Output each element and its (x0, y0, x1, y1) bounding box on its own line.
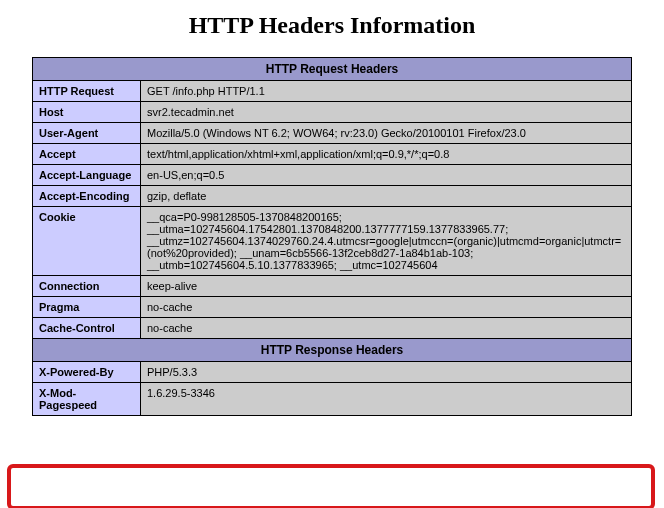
request-header-key: Accept-Encoding (33, 186, 141, 207)
request-header-value: no-cache (141, 297, 632, 318)
request-section-header: HTTP Request Headers (33, 58, 632, 81)
table-row: Connectionkeep-alive (33, 276, 632, 297)
page: HTTP Headers Information HTTP Request He… (0, 12, 664, 508)
request-section-row: HTTP Request Headers (33, 58, 632, 81)
table-row: User-AgentMozilla/5.0 (Windows NT 6.2; W… (33, 123, 632, 144)
request-header-key: Host (33, 102, 141, 123)
table-row: Accept-Encodinggzip, deflate (33, 186, 632, 207)
request-header-value: svr2.tecadmin.net (141, 102, 632, 123)
request-header-key: User-Agent (33, 123, 141, 144)
page-title: HTTP Headers Information (0, 12, 664, 39)
request-header-value: GET /info.php HTTP/1.1 (141, 81, 632, 102)
request-header-value: text/html,application/xhtml+xml,applicat… (141, 144, 632, 165)
table-row: Hostsvr2.tecadmin.net (33, 102, 632, 123)
request-header-key: Cookie (33, 207, 141, 276)
table-row: Accepttext/html,application/xhtml+xml,ap… (33, 144, 632, 165)
table-row: Accept-Languageen-US,en;q=0.5 (33, 165, 632, 186)
request-header-value: gzip, deflate (141, 186, 632, 207)
response-header-key: X-Mod-Pagespeed (33, 383, 141, 416)
table-row: Cache-Controlno-cache (33, 318, 632, 339)
request-header-key: Accept (33, 144, 141, 165)
request-header-key: Accept-Language (33, 165, 141, 186)
table-row: X-Mod-Pagespeed1.6.29.5-3346 (33, 383, 632, 416)
response-header-value: 1.6.29.5-3346 (141, 383, 632, 416)
table-row: X-Powered-ByPHP/5.3.3 (33, 362, 632, 383)
request-header-value: no-cache (141, 318, 632, 339)
request-header-value: keep-alive (141, 276, 632, 297)
request-header-key: Pragma (33, 297, 141, 318)
table-row: HTTP RequestGET /info.php HTTP/1.1 (33, 81, 632, 102)
request-header-key: HTTP Request (33, 81, 141, 102)
request-header-value: __qca=P0-998128505-1370848200165; __utma… (141, 207, 632, 276)
response-section-header: HTTP Response Headers (33, 339, 632, 362)
request-header-key: Cache-Control (33, 318, 141, 339)
response-header-key: X-Powered-By (33, 362, 141, 383)
headers-table: HTTP Request Headers HTTP RequestGET /in… (32, 57, 632, 416)
request-header-value: Mozilla/5.0 (Windows NT 6.2; WOW64; rv:2… (141, 123, 632, 144)
response-section-row: HTTP Response Headers (33, 339, 632, 362)
request-header-value: en-US,en;q=0.5 (141, 165, 632, 186)
table-body: HTTP Request Headers HTTP RequestGET /in… (33, 58, 632, 416)
table-row: Pragmano-cache (33, 297, 632, 318)
highlight-box (7, 464, 655, 508)
request-header-key: Connection (33, 276, 141, 297)
table-row: Cookie__qca=P0-998128505-1370848200165; … (33, 207, 632, 276)
response-header-value: PHP/5.3.3 (141, 362, 632, 383)
